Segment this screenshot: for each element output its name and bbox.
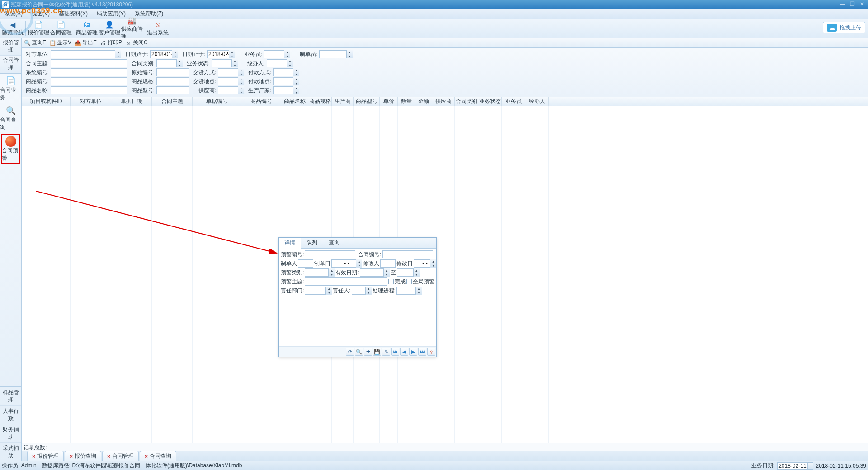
input-contract-no[interactable] (382, 250, 433, 258)
tab-合同管理[interactable]: ×合同管理 (102, 451, 139, 461)
tab-close-icon[interactable]: × (32, 453, 35, 460)
spinner-icon[interactable]: ▲▼ (293, 77, 299, 85)
toolbar-退出系统[interactable]: ⦸退出系统 (147, 20, 169, 37)
btn-last[interactable]: ⏭ (418, 348, 426, 356)
tab-close-icon[interactable]: × (107, 453, 110, 460)
checkbox-done[interactable] (388, 279, 394, 284)
textarea-notes[interactable] (281, 296, 434, 344)
checkbox-global[interactable] (406, 279, 412, 284)
input-modifier[interactable] (380, 259, 396, 268)
toolbar-隐藏导航[interactable]: ◀隐藏导航 (2, 20, 24, 37)
spinner-icon[interactable]: ▲▼ (115, 50, 121, 58)
col-业务员[interactable]: 业务员 (502, 97, 525, 106)
btn-first[interactable]: ⏮ (391, 348, 399, 356)
nav-hr[interactable]: 人事行政 (0, 405, 21, 424)
tab-close-icon[interactable]: × (70, 453, 73, 460)
filter-input[interactable] (156, 68, 189, 76)
btn-edit[interactable]: ✎ (382, 348, 390, 356)
spinner-icon[interactable]: ▲▼ (346, 50, 353, 58)
nav-合同预警[interactable]: 合同预警 (1, 134, 20, 164)
spinner-icon[interactable]: ▲▼ (229, 50, 235, 58)
input-warn-no[interactable] (305, 250, 355, 258)
toolbar-供应商管理[interactable]: 🏭供应商管理 (121, 16, 143, 41)
dialog-tab-query[interactable]: 查询 (323, 238, 345, 248)
col-合同类别[interactable]: 合同类别 (455, 97, 478, 106)
minimize-button[interactable]: — (838, 1, 846, 7)
col-业务状态[interactable]: 业务状态 (478, 97, 502, 106)
toolbar-商品管理[interactable]: 🗂商品管理 (76, 20, 98, 37)
spinner-icon[interactable]: ▲▼ (238, 86, 244, 94)
lbl-done: 完成 (395, 278, 406, 286)
btn-prev[interactable]: ◀ (400, 348, 408, 356)
btn-delete[interactable]: ⦸ (427, 348, 435, 356)
subtool-打印P[interactable]: 🖨打印P (99, 39, 122, 47)
maximize-button[interactable]: ❐ (848, 1, 856, 7)
subtool-关闭C[interactable]: ⦸关闭C (125, 39, 148, 47)
nav-sample[interactable]: 样品管理 (0, 387, 21, 405)
input-bizdate[interactable]: 2018-02-11 (777, 462, 813, 470)
filter-input[interactable] (156, 77, 189, 85)
spinner-icon[interactable]: ▲▼ (284, 50, 290, 58)
dialog-tab-detail[interactable]: 详情 (279, 238, 301, 249)
filter-input[interactable] (51, 68, 127, 76)
input-creator[interactable] (298, 259, 313, 268)
col-单据编号[interactable]: 单据编号 (193, 97, 241, 106)
subtool-查询E[interactable]: 🔍查询E (24, 39, 46, 47)
nav-合同查询[interactable]: 🔍合同查询 (0, 103, 21, 133)
filter-input[interactable] (51, 86, 127, 94)
drag-upload-button[interactable]: ☁ 拖拽上传 (823, 22, 865, 33)
filter-input[interactable] (51, 59, 127, 67)
tab-报价查询[interactable]: ×报价查询 (65, 451, 101, 461)
col-数量[interactable]: 数量 (398, 97, 415, 106)
spinner-icon[interactable]: ▲▼ (238, 68, 244, 76)
spinner-icon[interactable]: ▲▼ (293, 86, 299, 94)
nav-finance[interactable]: 财务辅助 (0, 424, 21, 442)
col-商品编号[interactable]: 商品编号 (241, 97, 281, 106)
btn-refresh[interactable]: ⟳ (346, 348, 354, 356)
nav-section-contract[interactable]: 合同管理 (0, 56, 21, 73)
btn-save[interactable]: 💾 (373, 348, 381, 356)
toolbar-客户管理[interactable]: 👤客户管理 (99, 20, 120, 37)
nav-合同业务[interactable]: 📄合同业务 (0, 74, 21, 103)
col-供应商[interactable]: 供应商 (432, 97, 455, 106)
subtool-显示V[interactable]: 📋显示V (49, 39, 71, 47)
tab-合同查询[interactable]: ×合同查询 (140, 451, 176, 461)
col-项目或构件ID[interactable]: 项目或构件ID (22, 97, 71, 106)
menu-basic[interactable]: 基础资料(X) (56, 9, 90, 19)
col-金额[interactable]: 金额 (415, 97, 432, 106)
filter-input[interactable] (51, 77, 127, 85)
col-经办人[interactable]: 经办人 (525, 97, 549, 106)
col-商品名称[interactable]: 商品名称 (281, 97, 308, 106)
col-生产商[interactable]: 生产商 (332, 97, 354, 106)
subtool-导出E[interactable]: 📤导出E (74, 39, 97, 47)
tab-close-icon[interactable]: × (145, 453, 148, 460)
input-warn-subject[interactable] (305, 277, 387, 286)
close-button[interactable]: ✕ (858, 1, 866, 7)
col-商品规格[interactable]: 商品规格 (308, 97, 332, 106)
spinner-icon[interactable]: ▲▼ (238, 77, 244, 85)
nav-purchase[interactable]: 采购辅助 (0, 442, 21, 461)
col-单价[interactable]: 单价 (380, 97, 398, 106)
btn-search[interactable]: 🔍 (355, 348, 363, 356)
tab-报价管理[interactable]: ×报价管理 (27, 451, 64, 461)
lbl-dbpath: 数据库路径: (42, 462, 71, 469)
col-对方单位[interactable]: 对方单位 (71, 97, 111, 106)
col-单据日期[interactable]: 单据日期 (111, 97, 152, 106)
nav-section-quote[interactable]: 报价管理 (0, 38, 21, 56)
spinner-icon[interactable]: ▲▼ (287, 59, 293, 67)
filter-input[interactable] (156, 86, 189, 94)
toolbar-合同管理[interactable]: 📄合同管理 (50, 20, 72, 37)
menu-view[interactable]: 视图(V) (29, 9, 52, 19)
spinner-icon[interactable]: ▲▼ (293, 68, 299, 76)
spinner-icon[interactable]: ▲▼ (176, 59, 183, 67)
filter-input[interactable] (51, 50, 121, 58)
toolbar-报价管理[interactable]: 📄报价管理 (28, 20, 49, 37)
col-合同主题[interactable]: 合同主题 (152, 97, 193, 106)
spinner-icon[interactable]: ▲▼ (172, 50, 178, 58)
dialog-tab-queue[interactable]: 队列 (301, 238, 323, 248)
btn-next[interactable]: ▶ (409, 348, 417, 356)
btn-new[interactable]: ✚ (364, 348, 372, 356)
menu-system[interactable]: 系统(S) (2, 9, 25, 19)
col-商品型号[interactable]: 商品型号 (354, 97, 380, 106)
spinner-icon[interactable]: ▲▼ (231, 59, 238, 67)
